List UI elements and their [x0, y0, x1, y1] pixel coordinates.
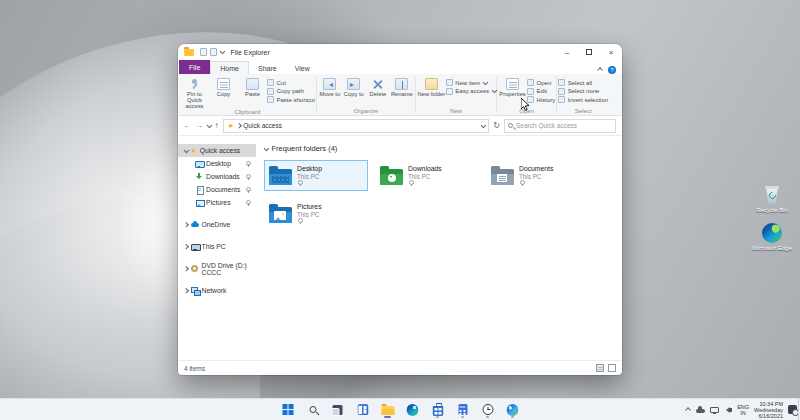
sidebar-item-dvd-drive[interactable]: DVD Drive (D:) CCCC	[178, 262, 256, 275]
breadcrumb[interactable]: ★ Quick access	[223, 119, 490, 133]
edit-button[interactable]: Edit	[527, 88, 555, 95]
tab-file[interactable]: File	[179, 60, 210, 74]
edge-button[interactable]	[405, 401, 421, 419]
microsoft-edge-shortcut[interactable]: Microsoft Edge	[752, 223, 792, 252]
copy-path-button[interactable]: Copy path	[267, 88, 315, 95]
properties-icon	[506, 78, 519, 90]
search-box[interactable]	[504, 119, 616, 133]
microsoft-store-button[interactable]	[430, 401, 446, 419]
minimize-button[interactable]: –	[556, 44, 578, 60]
start-button[interactable]	[280, 401, 296, 419]
new-item-button[interactable]: New item	[446, 79, 495, 86]
qat-dropdown-icon[interactable]	[220, 49, 225, 54]
notifications-icon[interactable]	[788, 405, 797, 414]
collapse-ribbon-icon[interactable]	[597, 68, 602, 73]
large-icons-view-button[interactable]	[608, 364, 616, 372]
sidebar-item-documents[interactable]: Documents	[178, 183, 256, 196]
tile-pictures[interactable]: Pictures This PC	[264, 198, 368, 229]
expand-icon[interactable]	[183, 222, 188, 227]
calculator-button[interactable]	[455, 401, 471, 419]
help-icon[interactable]: ?	[608, 66, 616, 74]
sidebar-item-onedrive[interactable]: OneDrive	[178, 218, 256, 231]
properties-button[interactable]: Properties	[498, 77, 527, 97]
paste-shortcut-button[interactable]: Paste shortcut	[267, 96, 315, 103]
expand-icon[interactable]	[183, 266, 188, 271]
recent-locations-icon[interactable]	[207, 122, 212, 127]
breadcrumb-location[interactable]: Quick access	[243, 122, 282, 129]
section-header-frequent-folders[interactable]: Frequent folders (4)	[264, 144, 614, 153]
rename-button[interactable]: Rename	[390, 77, 414, 97]
pin-icon	[188, 78, 201, 90]
tile-downloads[interactable]: Downloads This PC	[375, 160, 479, 191]
running-app-dot	[486, 416, 489, 418]
search-input[interactable]	[516, 122, 612, 129]
qat-properties-icon[interactable]	[200, 48, 207, 56]
details-view-button[interactable]	[596, 364, 604, 372]
copy-to-button[interactable]: Copy to	[342, 77, 366, 97]
widgets-button[interactable]	[355, 401, 371, 419]
sidebar-item-downloads[interactable]: Downloads	[178, 170, 256, 183]
paste-button[interactable]: Paste	[238, 77, 267, 97]
sidebar-item-pictures[interactable]: Pictures	[178, 196, 256, 209]
ribbon-tabs: File Home Share View ?	[178, 60, 622, 74]
recycle-bin-shortcut[interactable]: Recycle Bin	[756, 185, 788, 214]
copy-button[interactable]: Copy	[209, 77, 238, 97]
new-folder-button[interactable]: New folder	[417, 77, 446, 97]
hidden-icons-chevron-icon[interactable]	[686, 408, 691, 413]
sidebar-item-this-pc[interactable]: This PC	[178, 240, 256, 253]
cut-button[interactable]: Cut	[267, 79, 315, 86]
move-to-button[interactable]: Move to	[318, 77, 342, 97]
onedrive-cloud-icon[interactable]	[696, 409, 705, 413]
expand-icon[interactable]	[184, 147, 189, 152]
onedrive-cloud-icon	[191, 221, 199, 229]
language-indicator[interactable]: ENG IN	[737, 404, 749, 416]
sidebar-item-quick-access[interactable]: ★ Quick access	[178, 144, 256, 157]
address-dropdown-icon[interactable]	[481, 122, 486, 127]
edit-icon	[527, 88, 534, 95]
select-none-button[interactable]: Select none	[558, 88, 608, 95]
tab-view[interactable]: View	[286, 62, 319, 74]
title-bar[interactable]: File Explorer – ×	[178, 44, 622, 60]
forward-button[interactable]: →	[195, 122, 203, 130]
back-button[interactable]: ←	[183, 122, 191, 130]
expand-icon[interactable]	[183, 244, 188, 249]
history-button[interactable]: History	[527, 96, 555, 103]
qat-new-folder-icon[interactable]	[210, 48, 217, 56]
select-all-button[interactable]: Select all	[558, 79, 608, 86]
tile-desktop[interactable]: Desktop This PC	[264, 160, 368, 191]
pin-to-quick-access-button[interactable]: Pin to Quick access	[180, 77, 209, 109]
clock-app-button[interactable]	[480, 401, 496, 419]
tile-location: This PC	[408, 173, 442, 180]
expand-icon[interactable]	[183, 288, 188, 293]
clock-date[interactable]: 10:34 PM Wednesday 6/16/2021	[754, 401, 783, 419]
address-bar: ← → ↑ ★ Quick access ↻	[178, 116, 622, 136]
paste-icon	[246, 78, 259, 90]
rename-icon	[395, 78, 408, 90]
select-none-icon	[558, 88, 565, 95]
ribbon-group-new: New folder New item Easy access	[417, 75, 495, 115]
sidebar-item-network[interactable]: Network	[178, 284, 256, 297]
sidebar-item-desktop[interactable]: Desktop	[178, 157, 256, 170]
refresh-button[interactable]: ↻	[493, 121, 500, 130]
easy-access-button[interactable]: Easy access	[446, 88, 495, 95]
delete-button[interactable]: Delete	[366, 77, 390, 97]
tab-home[interactable]: Home	[210, 61, 249, 74]
task-view-button[interactable]	[330, 401, 346, 419]
tab-share[interactable]: Share	[249, 62, 286, 74]
network-icon[interactable]	[710, 407, 719, 413]
desktop-folder-icon	[269, 169, 292, 185]
globe-app-button[interactable]	[505, 401, 521, 419]
close-button[interactable]: ×	[600, 44, 622, 60]
up-button[interactable]: ↑	[215, 122, 219, 130]
maximize-button[interactable]	[578, 44, 600, 60]
quick-access-star-icon: ★	[191, 147, 197, 154]
volume-icon[interactable]	[724, 407, 733, 413]
navigation-pane: ★ Quick access Desktop Downloads Documen…	[178, 136, 256, 360]
open-button[interactable]: Open	[527, 79, 555, 86]
invert-selection-button[interactable]: Invert selection	[558, 96, 608, 103]
collapse-section-icon[interactable]	[264, 145, 269, 150]
tile-documents[interactable]: Documents This PC	[486, 160, 590, 191]
file-explorer-button[interactable]	[380, 401, 396, 419]
tile-name: Pictures	[297, 203, 322, 210]
search-button[interactable]	[305, 401, 321, 419]
